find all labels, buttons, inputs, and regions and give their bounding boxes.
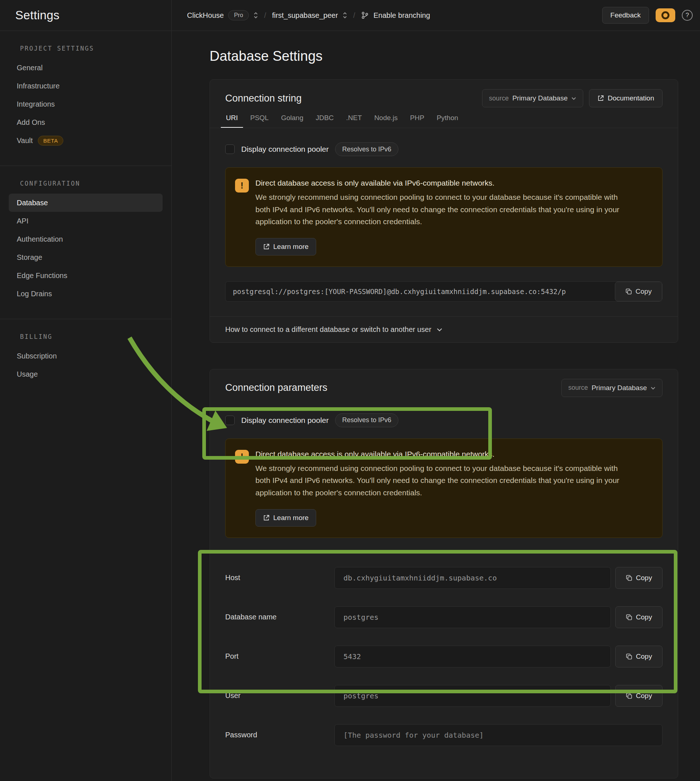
tab-dotnet[interactable]: .NET (341, 114, 367, 128)
sidebar-item-authentication[interactable]: Authentication (9, 230, 163, 248)
copy-host-button[interactable]: Copy (615, 567, 663, 589)
tab-nodejs[interactable]: Node.js (369, 114, 403, 128)
user-field[interactable]: postgres (334, 685, 611, 707)
sidebar-item-integrations[interactable]: Integrations (9, 95, 163, 113)
sidebar-item-label: Edge Functions (17, 272, 67, 280)
section-label: BILLING (9, 333, 163, 347)
copy-user-button[interactable]: Copy (615, 685, 663, 707)
sidebar-item-label: Database (17, 199, 48, 207)
source-label: source (489, 95, 508, 102)
ipv6-badge: Resolves to IPv6 (335, 142, 398, 156)
avatar-glyph (662, 11, 670, 19)
connection-string-body: Display connection pooler Resolves to IP… (210, 128, 678, 316)
warning-content: Direct database access is only available… (255, 179, 634, 255)
database-name-field[interactable]: postgres (334, 606, 611, 628)
warning-body: We strongly recommend using connection p… (255, 191, 634, 228)
card-title: Connection parameters (225, 382, 327, 394)
settings-sidebar: Settings PROJECT SETTINGS General Infras… (0, 0, 172, 781)
pooler-row: Display connection pooler Resolves to IP… (225, 412, 663, 429)
copy-database-name-button[interactable]: Copy (615, 606, 663, 628)
copy-icon (626, 575, 632, 581)
help-icon[interactable]: ? (682, 10, 693, 21)
sidebar-item-subscription[interactable]: Subscription (9, 347, 163, 365)
sidebar-item-label: Subscription (17, 352, 57, 360)
enable-branching-button[interactable]: Enable branching (361, 11, 430, 20)
copy-icon (626, 614, 632, 621)
source-select[interactable]: source Primary Database (562, 379, 663, 397)
password-field[interactable]: [The password for your database] (334, 724, 663, 746)
sidebar-item-label: Authentication (17, 235, 63, 244)
warning-title: Direct database access is only available… (255, 450, 634, 459)
port-field[interactable]: 5432 (334, 646, 611, 668)
ipv6-warning: ! Direct database access is only availab… (225, 167, 663, 267)
sidebar-item-infrastructure[interactable]: Infrastructure (9, 77, 163, 95)
project-selector[interactable]: first_supabase_peer (272, 11, 347, 20)
org-name: ClickHouse (187, 11, 224, 20)
display-connection-pooler-checkbox[interactable] (225, 416, 235, 425)
tab-jdbc[interactable]: JDBC (311, 114, 339, 128)
field-label: Database name (225, 613, 334, 621)
settings-title: Settings (15, 8, 60, 22)
copy-port-button[interactable]: Copy (615, 646, 663, 668)
learn-more-button[interactable]: Learn more (255, 238, 316, 255)
external-link-icon (263, 244, 270, 250)
display-connection-pooler-checkbox[interactable] (225, 145, 235, 154)
tab-php[interactable]: PHP (405, 114, 429, 128)
sidebar-item-log-drains[interactable]: Log Drains (9, 285, 163, 303)
tab-golang[interactable]: Golang (276, 114, 308, 128)
sidebar-item-label: Add Ons (17, 118, 45, 127)
field-row-database-name: Database name postgres Copy (225, 606, 663, 628)
password-placeholder: [The password for your database] (343, 731, 483, 739)
content: Database Settings Connection string sour… (172, 31, 700, 781)
main-column: ClickHouse Pro / first_supabase_peer / E… (172, 0, 700, 781)
pooler-row: Display connection pooler Resolves to IP… (225, 140, 663, 158)
sidebar-item-label: Infrastructure (17, 82, 60, 90)
sidebar-item-storage[interactable]: Storage (9, 248, 163, 266)
sidebar-item-database[interactable]: Database (9, 194, 163, 212)
enable-branching-label: Enable branching (373, 11, 430, 20)
connection-parameter-fields: Host db.cxhygiuitamxhniiddjm.supabase.co… (225, 567, 663, 746)
tab-psql[interactable]: PSQL (245, 114, 274, 128)
chevron-down-icon (571, 97, 576, 100)
org-selector[interactable]: ClickHouse Pro (187, 10, 258, 20)
sidebar-item-label: Usage (17, 370, 38, 379)
field-label: Port (225, 652, 334, 661)
plan-badge: Pro (228, 10, 249, 20)
sidebar-item-general[interactable]: General (9, 58, 163, 77)
sidebar-item-edge-functions[interactable]: Edge Functions (9, 266, 163, 285)
beta-badge: BETA (38, 136, 63, 145)
chevron-down-icon (437, 327, 442, 332)
sidebar-item-label: Storage (17, 253, 42, 262)
tab-python[interactable]: Python (432, 114, 463, 128)
sidebar-item-add-ons[interactable]: Add Ons (9, 113, 163, 131)
ipv6-badge: Resolves to IPv6 (335, 414, 398, 427)
copy-icon (626, 653, 632, 660)
breadcrumb-separator: / (353, 11, 355, 20)
pooler-label: Display connection pooler (241, 145, 328, 154)
sidebar-item-usage[interactable]: Usage (9, 365, 163, 383)
copy-uri-button[interactable]: Copy (615, 282, 662, 301)
documentation-button[interactable]: Documentation (589, 89, 663, 107)
page-title: Database Settings (210, 48, 678, 64)
tab-uri[interactable]: URI (221, 114, 243, 128)
sidebar-item-label: API (17, 217, 28, 225)
sidebar-item-vault[interactable]: Vault BETA (9, 131, 163, 150)
learn-more-button[interactable]: Learn more (255, 509, 316, 527)
sidebar-item-label: Log Drains (17, 290, 52, 298)
connection-parameters-header: Connection parameters source Primary Dat… (210, 369, 678, 397)
copy-label: Copy (636, 287, 652, 295)
section-label: PROJECT SETTINGS (9, 45, 163, 58)
feedback-button[interactable]: Feedback (602, 7, 649, 23)
field-row-port: Port 5432 Copy (225, 646, 663, 668)
card-title: Connection string (225, 93, 302, 104)
copy-label: Copy (636, 613, 652, 621)
connection-uri-field[interactable]: postgresql://postgres:[YOUR-PASSWORD]@db… (225, 281, 663, 302)
project-name: first_supabase_peer (272, 11, 338, 20)
source-value: Primary Database (512, 94, 568, 102)
source-select[interactable]: source Primary Database (482, 89, 583, 107)
topbar-right: Feedback ? (602, 7, 693, 23)
sidebar-item-api[interactable]: API (9, 212, 163, 230)
connection-help-toggle[interactable]: How to connect to a different database o… (210, 316, 678, 342)
org-avatar[interactable] (656, 8, 675, 22)
host-field[interactable]: db.cxhygiuitamxhniiddjm.supabase.co (334, 567, 611, 589)
